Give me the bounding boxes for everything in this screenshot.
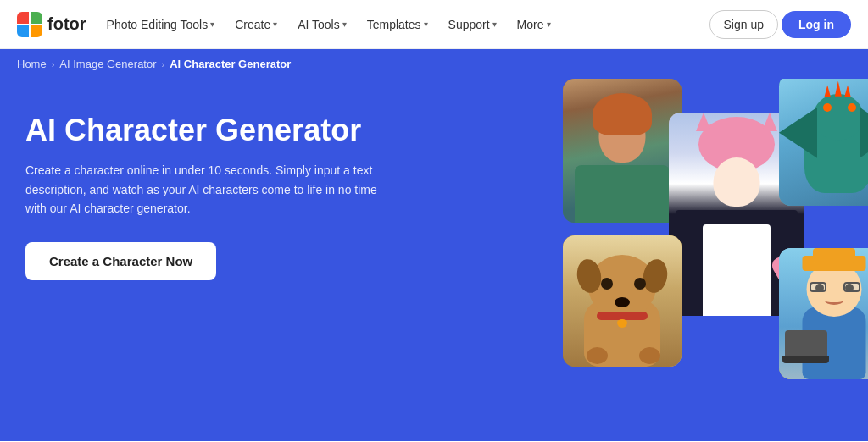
chevron-down-icon: ▾ <box>210 19 214 29</box>
nav-create-label: Create <box>235 18 270 31</box>
nav-create[interactable]: Create ▾ <box>226 0 286 49</box>
hero-image-collage <box>520 79 868 433</box>
hero-description: Create a character online in under 10 se… <box>25 161 398 218</box>
nav-more-label: More <box>517 18 544 31</box>
character-image-dog <box>563 235 682 367</box>
breadcrumb-current: AI Character Generator <box>170 58 291 70</box>
nav-photo-editing-label: Photo Editing Tools <box>107 18 209 31</box>
character-image-boy <box>779 248 868 379</box>
breadcrumb-home[interactable]: Home <box>17 58 47 70</box>
breadcrumb: Home › AI Image Generator › AI Character… <box>0 49 868 79</box>
login-button[interactable]: Log in <box>782 11 851 38</box>
nav-ai-tools-label: AI Tools <box>298 18 340 31</box>
cta-button[interactable]: Create a Character Now <box>25 242 216 280</box>
logo-text: fotor <box>47 14 86 34</box>
signup-button[interactable]: Sign up <box>709 10 778 39</box>
chevron-down-icon: ▾ <box>342 19 347 29</box>
breadcrumb-parent[interactable]: AI Image Generator <box>59 58 156 70</box>
navbar: fotor Photo Editing Tools ▾ Create ▾ AI … <box>0 0 868 49</box>
logo[interactable]: fotor <box>17 12 86 37</box>
chevron-down-icon: ▾ <box>492 19 497 29</box>
nav-templates[interactable]: Templates ▾ <box>359 0 437 49</box>
character-image-girl-warrior <box>563 79 682 223</box>
breadcrumb-sep-2: › <box>162 59 165 69</box>
nav-photo-editing[interactable]: Photo Editing Tools ▾ <box>98 0 224 49</box>
nav-more[interactable]: More ▾ <box>509 0 559 49</box>
character-image-dragon <box>779 79 868 206</box>
breadcrumb-sep-1: › <box>52 59 55 69</box>
chevron-down-icon: ▾ <box>424 19 428 29</box>
nav-ai-tools[interactable]: AI Tools ▾ <box>289 0 355 49</box>
nav-support[interactable]: Support ▾ <box>440 0 505 49</box>
chevron-down-icon: ▾ <box>547 19 551 29</box>
nav-support-label: Support <box>448 18 490 31</box>
hero-title: AI Character Generator <box>25 113 398 147</box>
nav-templates-label: Templates <box>367 18 421 31</box>
hero-content: AI Character Generator Create a characte… <box>25 104 398 280</box>
chevron-down-icon: ▾ <box>273 19 277 29</box>
hero-section: AI Character Generator Create a characte… <box>0 79 868 441</box>
logo-icon <box>17 12 42 37</box>
